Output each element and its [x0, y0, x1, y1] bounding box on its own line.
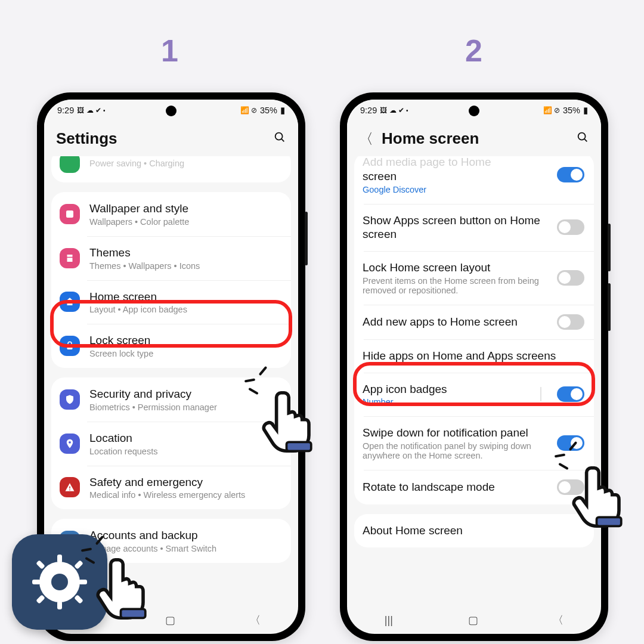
list-item-title: App icon badges	[363, 382, 527, 397]
svg-rect-6	[69, 490, 70, 491]
toggle-switch[interactable]	[557, 167, 584, 182]
status-battery: 35%	[563, 106, 580, 115]
toggle-switch[interactable]	[557, 270, 584, 286]
list-item-link[interactable]: Google Discover	[363, 185, 547, 194]
list-item-sub: Themes • Wallpapers • Icons	[89, 261, 281, 271]
svg-rect-20	[74, 595, 83, 604]
battery-icon: ▮	[280, 106, 285, 115]
svg-rect-14	[57, 601, 62, 609]
list-item-sub: Layout • App icon badges	[89, 305, 281, 314]
list-item-title: Lock screen	[89, 333, 281, 348]
status-icons-left: 🖼 ☁ ✔	[77, 106, 105, 114]
list-item-title: Home screen	[89, 290, 281, 304]
svg-rect-5	[69, 487, 70, 489]
list-item-sub: Biometrics • Permission manager	[89, 402, 281, 412]
list-item[interactable]: Security and privacyBiometrics • Permiss…	[51, 377, 291, 422]
pin-icon	[60, 434, 80, 454]
nav-home-icon[interactable]: ▢	[165, 614, 175, 627]
shield-icon	[60, 389, 80, 410]
list-item[interactable]: Lock Home screen layoutPrevent items on …	[354, 251, 594, 305]
list-item[interactable]: LocationLocation requests	[51, 422, 291, 466]
back-icon[interactable]: 〈	[359, 132, 374, 146]
list-item[interactable]: Add new apps to Home screen	[354, 305, 594, 339]
list-item-title: Add media page to Home	[363, 156, 547, 169]
toggle-switch[interactable]	[557, 479, 584, 495]
list-item[interactable]: App icon badgesNumber	[354, 373, 594, 417]
list-item-sub: Open the notification panel by swiping d…	[363, 441, 547, 460]
list-item[interactable]: About Home screen	[354, 514, 594, 547]
list-item[interactable]: Lock screenScreen lock type	[51, 324, 291, 368]
search-icon[interactable]	[273, 131, 286, 147]
list-item-title: screen	[363, 169, 547, 184]
toggle-switch[interactable]	[557, 386, 584, 402]
list-item-sub: Prevent items on the Home screen from be…	[363, 276, 547, 295]
divider	[540, 387, 541, 401]
nav-bar: ||| ▢ 〈	[347, 606, 601, 634]
list-item-title: Security and privacy	[89, 387, 281, 401]
svg-line-8	[584, 138, 587, 141]
settings-card: Add media page to HomescreenGoogle Disco…	[354, 156, 594, 504]
list-item[interactable]: Wallpaper and styleWallpapers • Color pa…	[51, 192, 291, 236]
toggle-switch[interactable]	[557, 219, 584, 235]
themes-icon	[60, 248, 80, 268]
wallpaper-icon	[60, 204, 80, 224]
nav-recents-icon[interactable]: |||	[385, 614, 393, 627]
status-icons-right: 📶 ⊘	[543, 106, 560, 114]
list-item-title: Location	[89, 431, 281, 445]
nav-home-icon[interactable]: ▢	[468, 614, 478, 627]
toggle-switch[interactable]	[557, 435, 584, 451]
settings-card: Wallpaper and styleWallpapers • Color pa…	[51, 192, 291, 368]
list-item-title: Show Apps screen button on Home screen	[363, 213, 547, 242]
list-item-title: Hide apps on Home and Apps screens	[363, 349, 584, 363]
list-item-title: Rotate to landscape mode	[363, 480, 547, 494]
list-item[interactable]: Add media page to HomescreenGoogle Disco…	[354, 156, 594, 204]
page-title: Home screen	[382, 129, 569, 148]
svg-point-12	[51, 574, 68, 590]
svg-rect-13	[57, 555, 62, 563]
list-item-sub: Location requests	[89, 447, 281, 456]
list-item-sub: Manage accounts • Smart Switch	[89, 544, 281, 553]
list-item-title: Safety and emergency	[89, 475, 281, 490]
svg-line-1	[281, 138, 284, 141]
list-item-sub: Medical info • Wireless emergency alerts	[89, 490, 281, 500]
home-icon	[60, 292, 80, 312]
list-item[interactable]: Power saving • Charging	[51, 156, 291, 182]
search-icon[interactable]	[576, 131, 589, 147]
toggle-switch[interactable]	[557, 314, 584, 330]
list-item[interactable]: ThemesThemes • Wallpapers • Icons	[51, 236, 291, 280]
list-item-title: Lock Home screen layout	[363, 261, 547, 275]
list-item-sub: Screen lock type	[89, 349, 281, 358]
status-time: 9:29	[57, 106, 74, 115]
svg-rect-3	[67, 345, 73, 350]
list-item[interactable]: Rotate to landscape mode	[354, 470, 594, 504]
status-icons-right: 📶 ⊘	[240, 106, 257, 114]
svg-rect-18	[74, 560, 83, 569]
status-time: 9:29	[360, 106, 377, 115]
list-item[interactable]: Home screenLayout • App icon badges	[51, 280, 291, 324]
svg-point-0	[275, 132, 283, 140]
battery-icon: ▮	[583, 106, 588, 115]
list-item-link[interactable]: Number	[363, 397, 527, 407]
nav-back-icon[interactable]: 〈	[250, 613, 261, 627]
list-item[interactable]: Show Apps screen button on Home screen	[354, 204, 594, 252]
side-button	[608, 224, 611, 271]
side-button	[608, 283, 611, 331]
camera-punchhole	[469, 106, 479, 116]
svg-rect-16	[79, 580, 87, 584]
list-item[interactable]: Swipe down for notification panelOpen th…	[354, 416, 594, 470]
list-item[interactable]: Hide apps on Home and Apps screens	[354, 339, 594, 373]
settings-app-icon[interactable]	[12, 534, 107, 630]
settings-card-cut: Power saving • Charging	[51, 156, 291, 182]
settings-card: Security and privacyBiometrics • Permiss…	[51, 377, 291, 509]
list-item[interactable]: Safety and emergencyMedical info • Wirel…	[51, 466, 291, 510]
list-item-title: Wallpaper and style	[89, 202, 281, 216]
lock-icon	[60, 336, 80, 356]
phone-frame-2: 9:29 🖼 ☁ ✔ 📶 ⊘ 35% ▮ 〈 Home screen Add m…	[340, 92, 608, 641]
svg-point-4	[69, 441, 71, 444]
list-item-title: Accounts and backup	[89, 528, 281, 543]
nav-back-icon[interactable]: 〈	[553, 613, 564, 627]
header: Settings	[44, 121, 298, 156]
alert-icon	[60, 477, 80, 497]
header: 〈 Home screen	[347, 121, 601, 156]
svg-rect-15	[32, 580, 41, 584]
